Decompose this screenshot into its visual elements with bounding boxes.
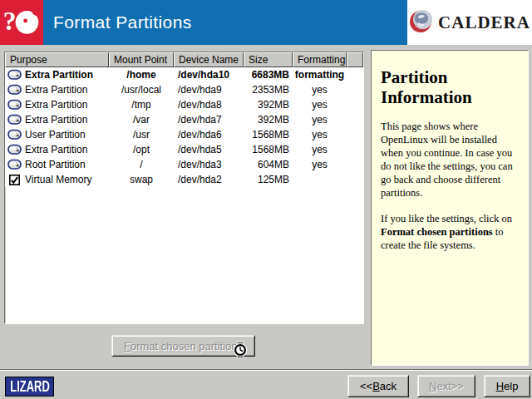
column-header-purpose[interactable]: Purpose [5,52,109,67]
back-button[interactable]: <<Back [347,375,409,397]
disk-icon [7,99,22,111]
disk-icon [7,159,22,170]
header: ? Format Partitions CALDERA [0,0,532,45]
table-row[interactable]: Extra Partition /tmp /dev/hda8 392MB yes [5,97,363,112]
table-row[interactable]: Extra Partition /home /dev/hda10 6683MB … [5,67,363,82]
installer-window: ? Format Partitions CALDERA [0,0,532,399]
disk-icon [7,144,22,155]
disk-icon [7,69,22,81]
help-button[interactable]: Help [484,375,530,397]
disk-icon [7,84,22,96]
svg-text:?: ? [3,7,17,36]
title-bar: Format Partitions [43,0,407,45]
lizard-logo: LIZARD [5,377,54,397]
checkbox-checked-icon[interactable] [7,174,22,185]
table-row[interactable]: Root Partition / /dev/hda3 604MB yes [5,157,363,172]
table-row[interactable]: Extra Partition /usr/local /dev/hda9 235… [5,82,363,97]
column-header-size[interactable]: Size [244,52,293,67]
partition-table: Purpose Mount Point Device Name Size For… [4,52,364,324]
next-button[interactable]: Next>> [417,375,475,397]
column-header-stub [347,52,363,67]
footer-bar: LIZARD <<Back Next>> Help [0,369,532,399]
page-title: Format Partitions [43,12,192,32]
info-paragraph-2: If you like the settings, click on Forma… [381,212,520,252]
disk-icon [7,129,22,140]
table-row[interactable]: Extra Partition /opt /dev/hda5 1568MB ye… [5,142,363,157]
wizard-logo: ? [0,0,43,45]
table-header: Purpose Mount Point Device Name Size For… [5,52,363,67]
column-header-formatting[interactable]: Formatting [293,52,347,67]
info-panel-title: Partition Information [381,67,520,107]
brand-wordmark: CALDERA [438,12,530,33]
table-row[interactable]: Virtual Memory swap /dev/hda2 125MB [5,172,363,187]
info-paragraph-1: This page shows where OpenLinux will be … [381,120,520,200]
brand-area: CALDERA [407,0,532,45]
caldera-globe-icon [409,8,434,37]
table-row[interactable]: User Partition /usr /dev/hda6 1568MB yes [5,127,363,142]
main-area: Purpose Mount Point Device Name Size For… [0,45,532,369]
wait-clock-cursor [232,342,249,358]
lizard-question-icon: ? [2,0,42,45]
column-header-mount-point[interactable]: Mount Point [109,52,174,67]
info-panel: Partition Information This page shows wh… [371,50,529,366]
table-row[interactable]: Extra Partition /var /dev/hda7 392MB yes [5,112,363,127]
table-body: Extra Partition /home /dev/hda10 6683MB … [5,67,363,187]
disk-icon [7,114,22,126]
column-header-device-name[interactable]: Device Name [174,52,244,67]
